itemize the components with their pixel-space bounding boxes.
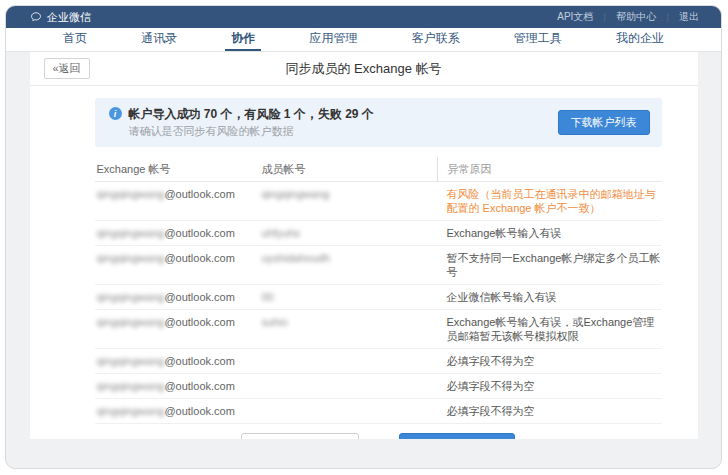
member-account-cell	[262, 349, 437, 373]
import-hint: 请确认是否同步有风险的帐户数据	[129, 124, 374, 139]
content-card: 同步成员的 Exchange 帐号 «返回 i 帐户导入成功 70 个，有风险 …	[30, 52, 698, 439]
error-reason-cell: 暂不支持同一Exchange帐户绑定多个员工帐号	[437, 246, 662, 284]
tab-admin-tools[interactable]: 管理工具	[508, 28, 568, 51]
table-row: qingqingwang@outlook.com 必填字段不得为空	[95, 374, 662, 399]
error-reason-cell: 必填字段不得为空	[437, 349, 662, 373]
tab-app-management[interactable]: 应用管理	[303, 28, 363, 51]
app-window: 企业微信 API文档 ｜ 帮助中心 ｜ 退出 首页 通讯录 协作 应用管理 客户…	[5, 5, 722, 469]
exchange-account-cell: qingqingwang@outlook.com	[95, 221, 262, 245]
table-row: qingqingwang@outlook.com uyshidahoudh 暂不…	[95, 246, 662, 285]
redacted-username: qingqingwang	[97, 316, 165, 328]
redacted-username: qingqingwang	[97, 252, 165, 264]
error-reason-cell: 必填字段不得为空	[437, 399, 662, 423]
redacted-username: qingqingwang	[97, 227, 165, 239]
member-account-cell: suhio	[262, 310, 437, 348]
redacted-member: qingqingwang	[262, 188, 330, 200]
banner-text: i 帐户导入成功 70 个，有风险 1 个，失败 29 个 请确认是否同步有风险…	[109, 106, 374, 139]
exchange-account-cell: qingqingwang@outlook.com	[95, 285, 262, 309]
exchange-account-cell: qingqingwang@outlook.com	[95, 374, 262, 398]
tab-home[interactable]: 首页	[57, 28, 93, 51]
table-header-row: Exchange 帐号 成员帐号 异常原因	[95, 157, 662, 182]
import-summary: 帐户导入成功 70 个，有风险 1 个，失败 29 个	[129, 106, 374, 122]
logout-link[interactable]: 退出	[679, 10, 699, 24]
tab-contacts[interactable]: 通讯录	[135, 28, 183, 51]
divider: ｜	[600, 11, 609, 24]
table-row: qingqingwang@outlook.com uhfyuhs Exchang…	[95, 221, 662, 246]
tab-collaboration[interactable]: 协作	[225, 28, 261, 51]
topbar-links: API文档 ｜ 帮助中心 ｜ 退出	[557, 10, 699, 24]
redacted-username: qingqingwang	[97, 355, 165, 367]
tab-customer-contact[interactable]: 客户联系	[406, 28, 466, 51]
card-header: 同步成员的 Exchange 帐号 «返回	[30, 52, 698, 86]
exchange-account-cell: qingqingwang@outlook.com	[95, 182, 262, 220]
table-row: qingqingwang@outlook.com suhio Exchange帐…	[95, 310, 662, 349]
table-row: qingqingwang@outlook.com 00 企业微信帐号输入有误	[95, 285, 662, 310]
error-reason-cell: 必填字段不得为空	[437, 374, 662, 398]
member-account-cell: uyshidahoudh	[262, 246, 437, 284]
brand: 企业微信	[30, 10, 91, 25]
import-summary-banner: i 帐户导入成功 70 个，有风险 1 个，失败 29 个 请确认是否同步有风险…	[95, 98, 662, 147]
redacted-member: uhfyuhs	[262, 227, 301, 239]
col-header-member-account: 成员帐号	[262, 157, 437, 181]
member-account-cell: uhfyuhs	[262, 221, 437, 245]
col-header-exchange-account: Exchange 帐号	[95, 157, 262, 181]
redacted-username: qingqingwang	[97, 291, 165, 303]
tab-my-company[interactable]: 我的企业	[610, 28, 670, 51]
footer-actions: 重新导入 开始同步·71	[95, 433, 662, 439]
exchange-account-cell: qingqingwang@outlook.com	[95, 349, 262, 373]
error-reason-cell: Exchange帐号输入有误，或Exchange管理员邮箱暂无该帐号模拟权限	[437, 310, 662, 348]
error-reason-cell: 有风险（当前员工在通讯录中的邮箱地址与配置的 Exchange 帐户不一致）	[437, 182, 662, 220]
member-account-cell: 00	[262, 285, 437, 309]
download-account-list-button[interactable]: 下载帐户列表	[558, 110, 650, 135]
wechat-work-logo-icon	[30, 11, 42, 23]
redacted-member: suhio	[262, 316, 288, 328]
redacted-username: qingqingwang	[97, 405, 165, 417]
accounts-table: Exchange 帐号 成员帐号 异常原因 qingqingwang@outlo…	[95, 157, 662, 424]
page-title: 同步成员的 Exchange 帐号	[30, 60, 698, 78]
table-row: qingqingwang@outlook.com qingqingwang 有风…	[95, 182, 662, 221]
exchange-account-cell: qingqingwang@outlook.com	[95, 246, 262, 284]
member-account-cell	[262, 399, 437, 423]
exchange-account-cell: qingqingwang@outlook.com	[95, 310, 262, 348]
card-body: i 帐户导入成功 70 个，有风险 1 个，失败 29 个 请确认是否同步有风险…	[95, 98, 662, 439]
error-reason-cell: 企业微信帐号输入有误	[437, 285, 662, 309]
redacted-member: 00	[262, 291, 274, 303]
redacted-username: qingqingwang	[97, 188, 165, 200]
api-docs-link[interactable]: API文档	[557, 10, 593, 24]
table-row: qingqingwang@outlook.com 必填字段不得为空	[95, 349, 662, 374]
brand-name: 企业微信	[47, 10, 91, 25]
member-account-cell	[262, 374, 437, 398]
help-center-link[interactable]: 帮助中心	[616, 10, 656, 24]
info-icon: i	[109, 107, 122, 120]
col-header-error-reason: 异常原因	[437, 157, 662, 181]
redacted-username: qingqingwang	[97, 380, 165, 392]
divider: ｜	[663, 11, 672, 24]
exchange-account-cell: qingqingwang@outlook.com	[95, 399, 262, 423]
error-reason-cell: Exchange帐号输入有误	[437, 221, 662, 245]
back-button[interactable]: «返回	[44, 58, 90, 79]
topbar: 企业微信 API文档 ｜ 帮助中心 ｜ 退出	[6, 6, 721, 28]
table-row: qingqingwang@outlook.com 必填字段不得为空	[95, 399, 662, 424]
main-nav: 首页 通讯录 协作 应用管理 客户联系 管理工具 我的企业	[6, 28, 721, 52]
member-account-cell: qingqingwang	[262, 182, 437, 220]
redacted-member: uyshidahoudh	[262, 252, 331, 264]
reimport-button[interactable]: 重新导入	[241, 433, 359, 439]
start-sync-button[interactable]: 开始同步·71	[399, 433, 514, 439]
